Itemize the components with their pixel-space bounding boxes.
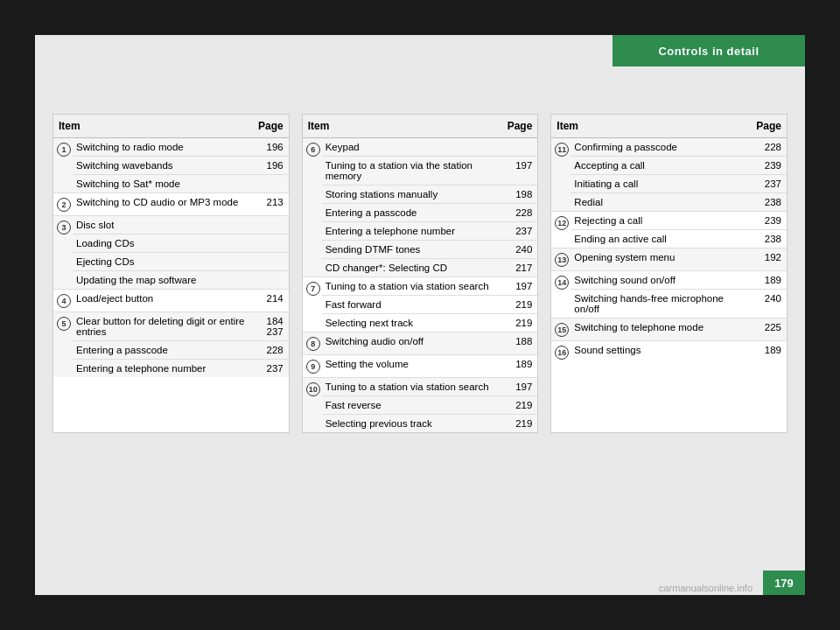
item-text: Switching to Sat* mode: [73, 175, 253, 193]
item-text: Entering a telephone number: [73, 360, 253, 378]
item-text: Switching hands-free microphone on/off: [570, 290, 751, 318]
item-page: 198: [502, 186, 538, 204]
item-page: 189: [751, 341, 787, 364]
item-page: [253, 175, 289, 193]
item-page: 228: [253, 341, 289, 360]
table-row: Storing stations manually198: [303, 186, 538, 204]
item-number: 9: [306, 360, 320, 374]
item-page: 189: [502, 355, 538, 378]
table-row: Switching to Sat* mode: [53, 175, 289, 193]
table-row: 11Confirming a passcode228: [551, 138, 787, 157]
table-row: Sending DTMF tones240: [303, 241, 538, 259]
item-page: 219: [502, 314, 538, 332]
tables-container: ItemPage1Switching to radio mode196Switc…: [52, 114, 788, 433]
item-text: Fast forward: [322, 296, 502, 314]
item-text: Setting the volume: [322, 355, 502, 378]
item-number: 10: [306, 382, 320, 396]
table-row: Accepting a call239: [551, 157, 787, 175]
table-row: Entering a telephone number237: [53, 360, 289, 378]
item-number: 14: [555, 276, 569, 290]
item-page: 240: [502, 241, 538, 259]
item-page: 240: [751, 290, 787, 318]
item-page: 239: [751, 157, 787, 175]
table-row: 16Sound settings189: [551, 341, 787, 364]
table-row: 12Rejecting a call239: [551, 212, 787, 230]
item-number: 8: [306, 337, 320, 351]
item-page: 238: [751, 193, 787, 212]
item-text: Updating the map software: [73, 271, 253, 290]
table-row: 6Keypad: [303, 138, 538, 157]
item-text: Ending an active call: [570, 230, 751, 248]
col-page: Page: [253, 115, 289, 138]
table-row: Initiating a call237: [551, 175, 787, 193]
item-text: Selecting next track: [322, 314, 502, 332]
item-text: Storing stations manually: [322, 186, 502, 204]
item-text: CD changer*: Selecting CD: [322, 259, 502, 277]
table-row: Entering a passcode228: [303, 204, 538, 222]
item-text: Initiating a call: [570, 175, 751, 193]
table-row: Selecting previous track219: [303, 415, 538, 433]
item-page: 188: [502, 332, 538, 355]
item-page: 197: [502, 277, 538, 296]
header-title: Controls in detail: [658, 45, 759, 58]
item-page: 228: [751, 138, 787, 157]
item-page: 192: [751, 248, 787, 271]
item-text: Keypad: [322, 138, 502, 157]
item-page: 219: [502, 396, 538, 415]
table-row: Fast forward219: [303, 296, 538, 314]
table-row: Ending an active call238: [551, 230, 787, 248]
table-row: Tuning to a station via the station memo…: [303, 157, 538, 186]
table-row: Entering a telephone number237: [303, 222, 538, 241]
item-page: 228: [502, 204, 538, 222]
item-text: Ejecting CDs: [73, 253, 253, 271]
header-bar: Controls in detail: [612, 35, 805, 66]
item-text: Switching wavebands: [73, 157, 253, 175]
item-text: Clear button for deleting digit or entir…: [73, 312, 253, 341]
item-page: 217: [502, 259, 538, 277]
table-row: 14Switching sound on/off189: [551, 271, 787, 290]
item-page: 237: [253, 360, 289, 378]
table-row: 2Switching to CD audio or MP3 mode213: [53, 193, 289, 216]
item-page: 239: [751, 212, 787, 230]
item-page: [253, 253, 289, 271]
item-number: 7: [306, 282, 320, 296]
item-page: 196: [253, 157, 289, 175]
item-page: 237: [502, 222, 538, 241]
item-page: 213: [253, 193, 289, 216]
col-item: Item: [53, 115, 253, 138]
item-text: Entering a passcode: [73, 341, 253, 360]
table-row: 4Load/eject button214: [53, 290, 289, 312]
item-page: 237: [751, 175, 787, 193]
item-text: Redial: [570, 193, 751, 212]
item-text: Rejecting a call: [570, 212, 751, 230]
col-page: Page: [502, 115, 538, 138]
table-row: Entering a passcode228: [53, 341, 289, 360]
table-row: 7Tuning to a station via station search1…: [303, 277, 538, 296]
table-row: 15Switching to telephone mode225: [551, 318, 787, 341]
item-page: [253, 271, 289, 290]
table-row: 13Opening system menu192: [551, 248, 787, 271]
item-text: Tuning to a station via the station memo…: [322, 157, 502, 186]
item-number: 4: [57, 294, 71, 308]
col-item: Item: [303, 115, 502, 138]
item-text: Opening system menu: [570, 248, 751, 271]
item-page: [253, 216, 289, 234]
item-text: Fast reverse: [322, 396, 502, 415]
item-page: 225: [751, 318, 787, 341]
item-number: 15: [555, 323, 569, 337]
item-page: 197: [502, 157, 538, 186]
table-row: Loading CDs: [53, 234, 289, 253]
item-text: Entering a passcode: [322, 204, 502, 222]
item-text: Switching sound on/off: [570, 271, 751, 290]
item-number: 6: [306, 143, 320, 157]
item-text: Load/eject button: [73, 290, 253, 312]
item-page: 214: [253, 290, 289, 312]
item-page: 196: [253, 138, 289, 157]
item-number: 16: [555, 346, 569, 360]
item-text: Entering a telephone number: [322, 222, 502, 241]
table-row: 1Switching to radio mode196: [53, 138, 289, 157]
watermark: carmanualsonline.info: [659, 583, 752, 593]
table-table1: ItemPage1Switching to radio mode196Switc…: [52, 114, 290, 433]
col-item: Item: [551, 115, 751, 138]
item-text: Disc slot: [73, 216, 253, 234]
